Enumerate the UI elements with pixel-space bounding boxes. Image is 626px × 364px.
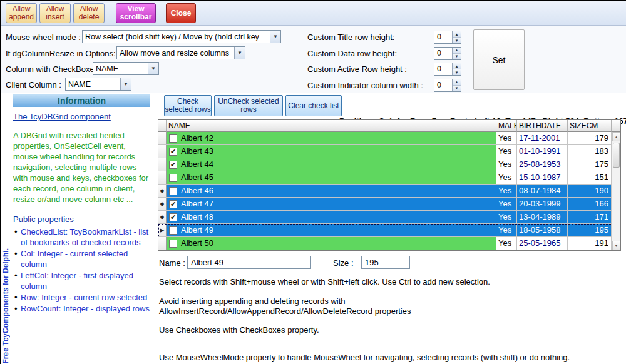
content-area: Free TcyComponents for Delphi. Informati… [1,93,626,364]
close-button[interactable]: Close [166,3,196,23]
grid-row[interactable]: ✔Albert 43Yes01-10-1991183 [158,145,620,158]
birthdate-cell[interactable]: 15-10-1987 [517,171,568,184]
male-cell[interactable]: Yes [496,185,517,197]
component-link[interactable]: The TcyDBGrid component [13,112,111,121]
birthdate-cell[interactable]: 18-05-1958 [517,224,568,236]
name-cell[interactable]: ✔Albert 44 [167,158,496,171]
birthdate-cell[interactable]: 25-05-1965 [517,237,568,250]
check-selected-rows-button[interactable]: Check selected rows [164,95,212,116]
sizecm-cell[interactable]: 175 [568,158,612,171]
col-header-name[interactable]: NAME [167,120,496,132]
spinner-value: 0 [434,31,452,43]
row-checkbox-checked[interactable]: ✔ [169,213,177,221]
male-cell[interactable]: Yes [496,237,517,250]
birthdate-cell[interactable]: 01-10-1991 [517,145,568,158]
spin-up-icon[interactable]: ▲ [453,48,461,54]
custom-setting-spinner[interactable]: 0▲▼ [434,47,461,60]
male-cell[interactable]: Yes [496,198,517,210]
male-cell[interactable]: Yes [496,158,517,171]
grid-row[interactable]: Albert 42Yes17-11-2001179 [158,132,620,145]
row-checkbox-checked[interactable]: ✔ [169,161,177,169]
grid-row[interactable]: Albert 50Yes25-05-1965191 [158,237,620,250]
row-checkbox[interactable] [169,226,177,235]
name-cell[interactable]: Albert 49 [167,224,496,236]
grid-vertical-scrollbar[interactable]: ▲ ▼ [612,132,620,250]
grid-row[interactable]: ●✔Albert 47Yes20-03-1999166 [158,198,620,211]
row-checkbox[interactable] [169,134,177,143]
spin-down-icon[interactable]: ▼ [453,54,461,59]
name-cell[interactable]: Albert 45 [167,171,496,184]
spin-down-icon[interactable]: ▼ [453,69,461,75]
birthdate-cell[interactable]: 20-03-1999 [517,198,568,210]
col-header-male[interactable]: MALE [496,120,517,132]
selected-row-indicator-icon: ● [158,211,167,223]
custom-setting-spinner[interactable]: 0▲▼ [434,63,461,76]
view-scrollbar-button[interactable]: View scrollbar [116,3,156,23]
spin-up-icon[interactable]: ▲ [453,63,461,69]
spin-down-icon[interactable]: ▼ [453,86,461,91]
size-input[interactable] [361,256,410,269]
row-checkbox[interactable] [169,174,177,182]
name-input[interactable] [187,256,311,269]
name-cell[interactable]: ✔Albert 43 [167,145,496,158]
column-resize-select[interactable]: Allow move and resize columns ▼ [116,46,245,59]
sizecm-cell[interactable]: 151 [568,171,612,184]
birthdate-cell[interactable]: 13-04-1989 [517,211,568,223]
allow-append-button[interactable]: Allow append [6,3,37,23]
sizecm-cell[interactable]: 183 [568,145,612,158]
birthdate-cell[interactable]: 17-11-2001 [517,132,568,144]
row-checkbox-checked[interactable]: ✔ [169,148,177,156]
scroll-up-icon[interactable]: ▲ [612,132,620,141]
name-cell[interactable]: Albert 50 [167,237,496,250]
birthdate-cell[interactable]: 08-07-1984 [517,185,568,197]
sizecm-cell[interactable]: 191 [568,237,612,250]
uncheck-selected-rows-button[interactable]: UnCheck selected rows [214,95,283,116]
spin-up-icon[interactable]: ▲ [453,31,461,38]
male-cell[interactable]: Yes [496,132,517,144]
scroll-thumb[interactable] [613,143,620,168]
checkbox-column-select[interactable]: NAME ▼ [93,62,159,75]
name-cell[interactable]: Albert 42 [167,132,496,144]
male-cell[interactable]: Yes [496,145,517,158]
col-header-birthdate[interactable]: BIRTHDATE [517,120,568,132]
scroll-down-icon[interactable]: ▼ [612,241,620,250]
sizecm-cell[interactable]: 195 [568,224,612,236]
row-indicator [158,237,167,250]
row-checkbox[interactable] [169,240,177,248]
male-cell[interactable]: Yes [496,224,517,236]
allow-delete-button[interactable]: Allow delete [73,3,105,23]
sizecm-cell[interactable]: 190 [568,185,612,197]
male-cell[interactable]: Yes [496,211,517,223]
db-grid[interactable]: NAME MALE BIRTHDATE SIZECM Albert 42Yes1… [158,119,621,251]
instruction-paragraph: Select records with Shift+mouse wheel or… [159,277,620,287]
name-cell[interactable]: Albert 46 [167,185,496,197]
custom-setting-spinner[interactable]: 0▲▼ [434,31,461,44]
grid-row[interactable]: ▸Albert 49Yes18-05-1958195 [158,224,620,237]
name-cell[interactable]: ✔Albert 47 [167,198,496,210]
name-cell[interactable]: ✔Albert 48 [167,211,496,223]
sizecm-cell[interactable]: 166 [568,198,612,210]
spin-down-icon[interactable]: ▼ [453,38,461,43]
grid-row[interactable]: ●Albert 46Yes08-07-1984190 [158,185,620,198]
row-checkbox-checked[interactable]: ✔ [169,200,177,208]
public-properties-link[interactable]: Public properties [13,215,74,224]
set-button[interactable]: Set [473,29,525,90]
grid-row[interactable]: ✔Albert 44Yes25-08-1953175 [158,158,620,171]
birthdate-cell[interactable]: 25-08-1953 [517,158,568,171]
grid-row[interactable]: Albert 45Yes15-10-1987151 [158,171,620,185]
clear-check-list-button[interactable]: Clear check list [285,95,342,116]
mouse-wheel-mode-select[interactable]: Row select (hold shift key) / Move by (h… [82,30,281,43]
custom-setting-row: Custom Title row height:0▲▼ [307,31,470,47]
male-cell[interactable]: Yes [496,171,517,184]
custom-setting-spinner[interactable]: 0▲▼ [434,79,461,92]
col-header-sizecm[interactable]: SIZECM [568,120,612,132]
sizecm-cell[interactable]: 179 [568,132,612,144]
spin-up-icon[interactable]: ▲ [453,79,461,86]
sizecm-cell[interactable]: 171 [568,211,612,223]
client-column-select[interactable]: NAME ▼ [65,78,131,91]
grid-row[interactable]: ●✔Albert 48Yes13-04-1989171 [158,211,620,224]
row-checkbox[interactable] [169,187,177,195]
name-text: Albert 46 [181,185,213,197]
custom-height-settings: Custom Title row height:0▲▼Custom Data r… [307,31,470,94]
allow-insert-button[interactable]: Allow insert [39,3,71,23]
